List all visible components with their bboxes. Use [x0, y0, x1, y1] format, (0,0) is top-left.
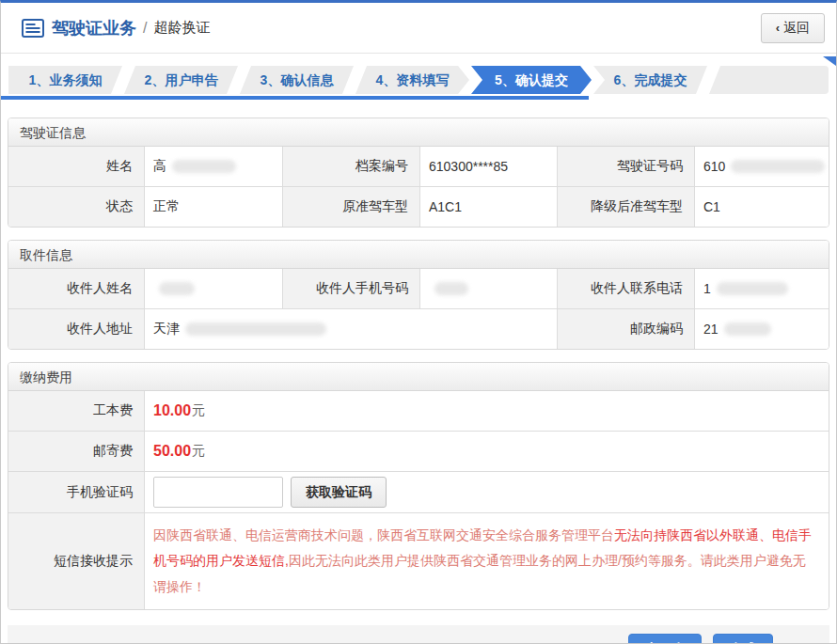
sms-code-cell: 获取验证码 [145, 472, 829, 512]
redaction-blur [434, 282, 468, 295]
breadcrumb-current: 超龄换证 [153, 19, 210, 37]
wizard-step-6[interactable]: 6、完成提交 [593, 66, 707, 94]
license-number-value: 610 [695, 147, 829, 186]
recipient-name-value [145, 269, 283, 308]
main-content: 驾驶证信息 姓名 高 档案编号 610300****85 驾驶证号码 610 状… [1, 100, 836, 610]
redaction-blur [717, 282, 788, 295]
sms-notice-label: 短信接收提示 [8, 513, 145, 609]
original-class-value: A1C1 [420, 187, 558, 227]
redaction-blur [185, 322, 326, 336]
get-sms-code-button[interactable]: 获取验证码 [291, 477, 387, 508]
recipient-phone-label: 收件人联系电话 [558, 269, 695, 308]
recipient-mobile-value [420, 269, 558, 308]
form-list-icon [22, 19, 44, 38]
wizard-step-5-active[interactable]: 5、确认提交 [471, 66, 592, 94]
wizard-progress-underline [0, 96, 589, 100]
postal-code-value: 21 [695, 309, 829, 349]
table-row: 姓名 高 档案编号 610300****85 驾驶证号码 610 [8, 147, 829, 186]
wizard-step-4[interactable]: 4、资料填写 [355, 66, 469, 94]
table-row: 工本费 10.00 元 [8, 391, 829, 431]
name-value: 高 [145, 147, 283, 186]
downgraded-class-value: C1 [695, 187, 829, 227]
file-number-value: 610300****85 [420, 147, 558, 186]
recipient-address-value: 天津 [145, 309, 558, 349]
wizard-step-3[interactable]: 3、确认信息 [240, 66, 354, 94]
finish-button[interactable]: 完成 [713, 634, 773, 644]
table-row: 短信接收提示 因陕西省联通、电信运营商技术问题，陕西省互联网交通安全综合服务管理… [8, 512, 829, 609]
redaction-blur [159, 282, 195, 295]
back-button-label: 返回 [783, 20, 810, 37]
file-number-label: 档案编号 [283, 147, 420, 186]
fees-section: 缴纳费用 工本费 10.00 元 邮寄费 50.00 元 手机验证码 [8, 362, 829, 610]
production-fee-value: 10.00 元 [145, 391, 829, 431]
sms-notice-text: 因陕西省联通、电信运营商技术问题，陕西省互联网交通安全综合服务管理平台无法向持陕… [145, 513, 829, 609]
status-value: 正常 [145, 187, 283, 227]
license-info-section: 驾驶证信息 姓名 高 档案编号 610300****85 驾驶证号码 610 状… [8, 118, 829, 228]
pickup-info-section: 取件信息 收件人姓名 收件人手机号码 收件人联系电话 1 [8, 240, 829, 350]
table-row: 状态 正常 原准驾车型 A1C1 降级后准驾车型 C1 [8, 186, 829, 227]
previous-step-button[interactable]: 上一步 [628, 634, 702, 644]
breadcrumb-separator: / [143, 20, 147, 37]
table-row: 收件人姓名 收件人手机号码 收件人联系电话 1 [8, 269, 829, 308]
page: 驾驶证业务 / 超龄换证 ‹ 返回 1、业务须知 2、用户申告 3、确认信息 4… [0, 0, 837, 644]
postage-fee-value: 50.00 元 [145, 432, 829, 471]
sms-code-label: 手机验证码 [8, 472, 145, 512]
step-wizard: 1、业务须知 2、用户申告 3、确认信息 4、资料填写 5、确认提交 6、完成提… [1, 54, 836, 100]
status-label: 状态 [8, 187, 145, 227]
recipient-mobile-label: 收件人手机号码 [283, 269, 420, 308]
postage-fee-label: 邮寄费 [8, 432, 145, 471]
downgraded-class-label: 降级后准驾车型 [558, 187, 695, 227]
license-section-title: 驾驶证信息 [8, 118, 829, 147]
postal-code-label: 邮政编码 [558, 309, 695, 349]
production-fee-label: 工本费 [8, 391, 145, 431]
chevron-left-icon: ‹ [776, 21, 780, 35]
back-button[interactable]: ‹ 返回 [761, 13, 825, 43]
fees-section-title: 缴纳费用 [8, 363, 829, 391]
wizard-filler [709, 66, 829, 94]
table-row: 收件人地址 天津 邮政编码 21 [8, 308, 829, 349]
pickup-section-title: 取件信息 [8, 241, 829, 269]
title-bar: 驾驶证业务 / 超龄换证 ‹ 返回 [1, 3, 836, 54]
page-title: 驾驶证业务 [52, 17, 136, 39]
sms-code-input[interactable] [153, 477, 283, 508]
license-number-label: 驾驶证号码 [558, 147, 695, 186]
redaction-blur [172, 160, 236, 173]
recipient-phone-value: 1 [695, 269, 829, 308]
wizard-step-1[interactable]: 1、业务须知 [8, 66, 122, 94]
redaction-blur [731, 160, 825, 173]
recipient-address-label: 收件人地址 [8, 309, 145, 349]
footer-action-bar: 上一步 完成 [8, 625, 829, 644]
table-row: 手机验证码 获取验证码 [8, 471, 829, 512]
wizard-step-2[interactable]: 2、用户申告 [124, 66, 238, 94]
name-label: 姓名 [8, 147, 145, 186]
table-row: 邮寄费 50.00 元 [8, 431, 829, 471]
original-class-label: 原准驾车型 [283, 187, 420, 227]
recipient-name-label: 收件人姓名 [8, 269, 145, 308]
redaction-blur [724, 322, 771, 336]
